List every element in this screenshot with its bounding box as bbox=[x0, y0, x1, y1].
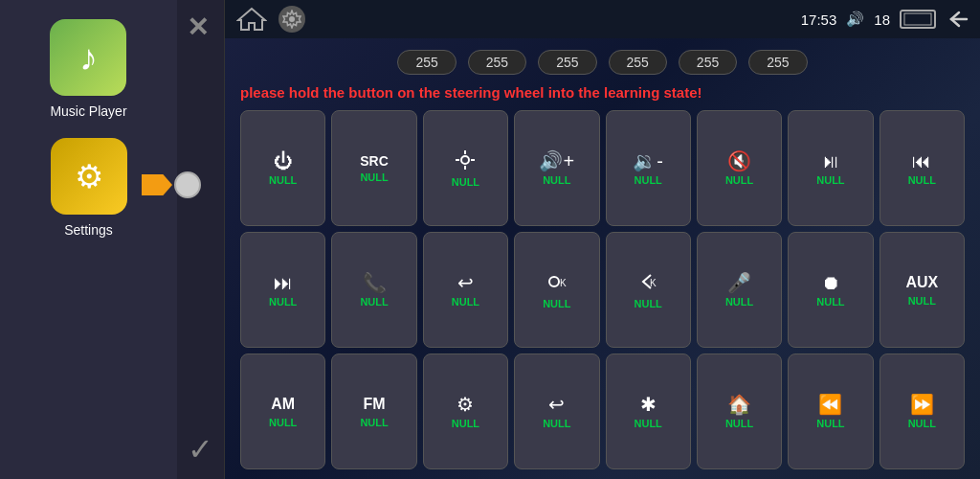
record-button[interactable]: ⏺ NULL bbox=[788, 232, 873, 348]
svg-text:K: K bbox=[650, 278, 657, 288]
value-pill: 255 bbox=[468, 50, 526, 75]
fast-forward-icon: ⏩ bbox=[910, 395, 934, 414]
control-row-2: ⏭ NULL 📞 NULL ↩ NULL K NULL K N bbox=[240, 232, 965, 348]
app-settings[interactable]: ⚙ Settings bbox=[51, 138, 127, 238]
aux-button[interactable]: AUX NULL bbox=[880, 232, 965, 348]
play-pause-icon: ⏯ bbox=[821, 151, 840, 171]
play-pause-button[interactable]: ⏯ NULL bbox=[788, 110, 873, 226]
svg-point-1 bbox=[289, 16, 295, 22]
sidebar: ♪ Music Player ⚙ Settings bbox=[0, 0, 177, 479]
settings-icon: ⚙ bbox=[51, 138, 127, 215]
time-display: 17:53 bbox=[801, 11, 837, 28]
app-music-player[interactable]: ♪ Music Player bbox=[50, 19, 126, 119]
record-icon: ⏺ bbox=[821, 273, 840, 292]
topbar: 17:53 🔊 18 bbox=[225, 0, 980, 38]
power-button[interactable]: ⏻ NULL bbox=[240, 110, 325, 226]
left-nav-panel: ✕ ✓ bbox=[177, 0, 225, 479]
back-k-button[interactable]: K NULL bbox=[606, 232, 691, 348]
mute-button[interactable]: 🔇 NULL bbox=[697, 110, 782, 226]
instruction-text: please hold the button on the steering w… bbox=[240, 84, 702, 101]
fast-forward-button[interactable]: ⏩ NULL bbox=[880, 354, 965, 469]
return-button[interactable]: ↩ NULL bbox=[514, 354, 599, 469]
volume-up-icon: 🔊+ bbox=[539, 151, 574, 171]
value-pill: 255 bbox=[609, 50, 667, 75]
fm-label: FM bbox=[364, 396, 386, 413]
next-track-button[interactable]: ⏭ NULL bbox=[240, 232, 325, 348]
call-button[interactable]: 📞 NULL bbox=[331, 232, 416, 348]
svg-marker-0 bbox=[238, 9, 265, 30]
power-icon: ⏻ bbox=[274, 151, 293, 171]
next-track-icon: ⏭ bbox=[274, 273, 293, 292]
instruction-bar: please hold the button on the steering w… bbox=[225, 80, 980, 104]
src-icon: SRC bbox=[360, 154, 389, 168]
volume-icon: 🔊 bbox=[846, 11, 864, 28]
src-button[interactable]: SRC NULL bbox=[331, 110, 416, 226]
mic-icon: 🎤 bbox=[727, 273, 751, 292]
gps-button[interactable]: NULL bbox=[423, 110, 508, 226]
confirm-button[interactable]: ✓ bbox=[188, 431, 213, 468]
rewind-icon: ⏪ bbox=[818, 395, 842, 414]
close-button[interactable]: ✕ bbox=[187, 11, 215, 43]
back-nav-icon: ↩ bbox=[457, 273, 474, 292]
svg-rect-3 bbox=[904, 13, 931, 25]
value-pill: 255 bbox=[679, 50, 737, 75]
settings-gear-icon: ⚙ bbox=[457, 395, 474, 414]
rewind-button[interactable]: ⏪ NULL bbox=[788, 354, 873, 469]
back-button[interactable]: ↩ NULL bbox=[423, 232, 508, 348]
home-btn-icon: 🏠 bbox=[727, 395, 751, 414]
volume-up-button[interactable]: 🔊+ NULL bbox=[514, 110, 599, 226]
back-icon[interactable] bbox=[946, 9, 969, 30]
home-button[interactable]: 🏠 NULL bbox=[697, 354, 782, 469]
am-label: AM bbox=[271, 396, 295, 413]
settings-nav-icon[interactable] bbox=[278, 6, 305, 33]
selection-arrow bbox=[142, 171, 201, 198]
mic-button[interactable]: 🎤 NULL bbox=[697, 232, 782, 348]
control-row-3: AM NULL FM NULL ⚙ NULL ↩ NULL ✱ NULL 🏠 N… bbox=[240, 354, 965, 469]
settings-button[interactable]: ⚙ NULL bbox=[423, 354, 508, 469]
settings-label: Settings bbox=[64, 222, 113, 238]
call-k-button[interactable]: K NULL bbox=[514, 232, 599, 348]
volume-level: 18 bbox=[874, 11, 890, 28]
call-icon: 📞 bbox=[363, 273, 387, 292]
value-pill: 255 bbox=[397, 50, 456, 75]
gps-icon bbox=[455, 149, 476, 172]
mute-icon: 🔇 bbox=[727, 151, 751, 171]
main-content: 17:53 🔊 18 255255255255255255 please hol… bbox=[225, 0, 980, 479]
screen-icon bbox=[900, 9, 936, 30]
volume-down-button[interactable]: 🔉- NULL bbox=[606, 110, 691, 226]
svg-point-5 bbox=[461, 156, 469, 164]
prev-track-button[interactable]: ⏮ NULL bbox=[880, 110, 965, 226]
aux-label: AUX bbox=[905, 274, 938, 291]
topbar-right: 17:53 🔊 18 bbox=[801, 9, 969, 30]
prev-track-icon: ⏮ bbox=[912, 151, 931, 171]
fm-button[interactable]: FM NULL bbox=[331, 354, 416, 469]
bluetooth-button[interactable]: ✱ NULL bbox=[606, 354, 691, 469]
control-grid: ⏻ NULL SRC NULL NULL 🔊+ NULL 🔉- NULL bbox=[225, 104, 980, 479]
return-icon: ↩ bbox=[548, 395, 565, 414]
pills-row: 255255255255255255 bbox=[225, 38, 980, 80]
control-row-1: ⏻ NULL SRC NULL NULL 🔊+ NULL 🔉- NULL bbox=[240, 110, 965, 226]
home-icon bbox=[236, 7, 267, 32]
gear-icon bbox=[282, 10, 301, 29]
volume-down-icon: 🔉- bbox=[633, 151, 663, 171]
bluetooth-icon: ✱ bbox=[640, 395, 657, 414]
value-pill: 255 bbox=[538, 50, 596, 75]
home-nav[interactable] bbox=[236, 7, 267, 32]
topbar-left bbox=[236, 6, 305, 33]
arrow-circle bbox=[174, 171, 201, 198]
value-pill: 255 bbox=[748, 50, 807, 75]
back-k-icon: K bbox=[637, 271, 658, 294]
svg-text:K: K bbox=[560, 278, 567, 288]
svg-point-10 bbox=[549, 277, 559, 286]
music-icon: ♪ bbox=[50, 19, 126, 96]
music-player-label: Music Player bbox=[50, 103, 126, 119]
call-k-icon: K bbox=[546, 271, 568, 294]
am-button[interactable]: AM NULL bbox=[240, 354, 325, 469]
